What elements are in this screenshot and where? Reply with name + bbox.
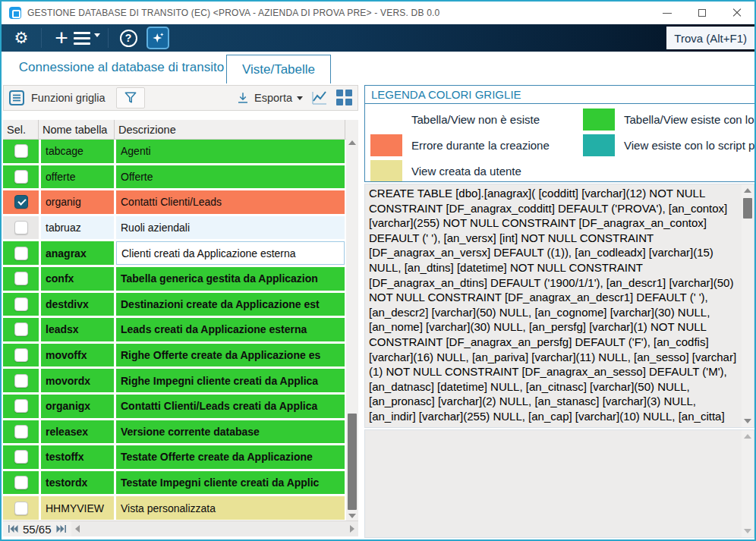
scrollbar-thumb[interactable] [743,198,752,219]
table-desc-cell[interactable]: Agenti [116,140,345,163]
table-desc-cell[interactable]: Vista personalizzata [116,496,345,520]
find-shortcut[interactable]: Trova (Alt+F1) [666,27,754,49]
table-row[interactable]: confxTabella generica gestita da Applica… [3,267,345,293]
scroll-up-button[interactable] [742,430,754,442]
row-checkbox[interactable] [14,476,28,489]
scroll-up-button[interactable] [742,184,754,197]
table-row[interactable]: tabruazRuoli aziendali [3,216,345,242]
add-button[interactable]: + [49,27,74,49]
table-name-cell[interactable]: anagrax [41,241,114,265]
legend-label: View esiste con lo script pers., [624,139,754,152]
row-checkbox[interactable] [14,399,28,413]
scroll-left-button[interactable] [71,521,83,536]
column-header-sel[interactable]: Sel. [3,120,39,139]
row-checkbox[interactable] [14,170,28,184]
export-button[interactable]: Esporta [236,91,303,105]
tab-viste-tabelle[interactable]: Viste/Tabelle [226,55,331,83]
row-checkbox[interactable] [14,502,28,515]
table-name-cell[interactable]: testoffx [41,445,114,469]
table-row[interactable]: destdivxDestinazioni create da Applicazi… [3,293,345,319]
row-checkbox[interactable] [14,348,28,362]
table-name-cell[interactable]: tabruaz [41,216,114,240]
settings-button[interactable]: ⚙ [9,27,33,49]
minimize-button[interactable] [650,2,685,24]
table-name-cell[interactable]: movoffx [41,344,114,367]
table-row[interactable]: releasexVersione corrente database [3,420,345,446]
table-desc-cell[interactable]: Righe Impegni cliente creati da Applica [116,369,345,392]
row-checkbox[interactable] [14,450,28,464]
table-desc-cell[interactable]: Ruoli aziendali [116,216,345,240]
table-row[interactable]: organigxContatti Clienti/Leads creati da… [3,395,345,420]
sparkle-icon [151,31,165,45]
scrollbar-thumb[interactable] [348,414,357,510]
table-desc-cell[interactable]: Destinazioni create da Applicazione est [116,293,345,316]
table-row[interactable]: movordxRighe Impegni cliente creati da A… [3,369,345,395]
table-row[interactable]: anagraxClienti creati da Applicazione es… [3,241,345,267]
grid-functions-button[interactable] [8,90,25,106]
grid-functions-label[interactable]: Funzioni griglia [31,92,106,104]
grid-vertical-scrollbar[interactable] [346,137,358,522]
row-checkbox[interactable] [14,144,28,158]
table-name-cell[interactable]: releasex [41,420,114,444]
table-row[interactable]: leadsxLeads creati da Applicazione ester… [3,318,345,344]
menu-button[interactable] [74,27,100,49]
table-name-cell[interactable]: tabcage [41,140,114,163]
table-desc-cell[interactable]: Leads creati da Applicazione esterna [116,318,345,341]
custom-script-box[interactable] [364,429,754,538]
table-name-cell[interactable]: organigx [41,395,114,418]
table-name-cell[interactable]: testordx [41,471,114,495]
row-checkbox[interactable] [14,247,28,260]
help-button[interactable]: ? [116,27,140,49]
row-checkbox[interactable] [14,425,28,439]
table-desc-cell[interactable]: Righe Offerte create da Applicazione es [116,344,345,367]
legend-title: LEGENDA COLORI GRIGLIE [365,86,754,104]
table-desc-cell[interactable]: Contatti Clienti/Leads [116,190,345,214]
scroll-up-button[interactable] [346,137,358,149]
table-row[interactable]: offerteOfferte [3,165,345,191]
first-record-button[interactable] [8,524,18,533]
chart-button[interactable] [310,89,329,107]
table-name-cell[interactable]: offerte [41,165,114,189]
row-checkbox[interactable] [14,374,28,388]
row-checkbox[interactable] [14,221,28,234]
table-desc-cell[interactable]: Clienti creati da Applicazione esterna [116,241,345,265]
last-record-button[interactable] [56,524,67,533]
tab-connessione[interactable]: Connessione al database di transito [18,52,225,83]
table-row[interactable]: testoffxTestate Offerte create da Applic… [3,445,345,471]
table-desc-cell[interactable]: Testate Offerte create da Applicazione [116,445,345,469]
sql-script-box[interactable]: CREATE TABLE [dbo].[anagrax]( [codditt] … [364,184,754,428]
scroll-down-button[interactable] [742,415,754,427]
scroll-down-button[interactable] [742,525,754,537]
table-name-cell[interactable]: organig [41,190,114,214]
assistant-button[interactable] [146,27,169,49]
sql-vertical-scrollbar[interactable] [742,184,754,427]
row-checkbox[interactable] [14,322,28,336]
table-row[interactable]: HHMYVIEWVista personalizzata [3,496,345,522]
table-row[interactable]: movoffxRighe Offerte create da Applicazi… [3,344,345,370]
table-name-cell[interactable]: destdivx [41,293,114,316]
table-name-cell[interactable]: confx [41,267,114,291]
row-checkbox[interactable] [14,195,28,209]
table-row[interactable]: testordxTestate Impegni cliente creati d… [3,471,345,497]
table-desc-cell[interactable]: Tabella generica gestita da Applicazion [116,267,345,291]
table-name-cell[interactable]: movordx [41,369,114,392]
grid-view-icon[interactable] [336,90,353,106]
table-desc-cell[interactable]: Offerte [116,165,345,189]
table-desc-cell[interactable]: Contatti Clienti/Leads creati da Applica [116,395,345,418]
close-button[interactable] [720,2,754,24]
maximize-button[interactable] [685,2,720,24]
table-row[interactable]: tabcageAgenti [3,140,345,165]
table-row[interactable]: organigContatti Clienti/Leads [3,190,345,216]
table-desc-cell[interactable]: Testate Impegni cliente creati da Applic [116,471,345,495]
column-header-nome[interactable]: Nome tabella [39,120,115,139]
table-name-cell[interactable]: leadsx [41,318,114,341]
grid-horizontal-scrollbar[interactable] [71,521,358,536]
filter-button[interactable] [116,87,145,109]
table-desc-cell[interactable]: Versione corrente database [116,420,345,444]
column-header-descrizione[interactable]: Descrizione [115,120,345,139]
row-checkbox[interactable] [14,297,28,311]
row-checkbox[interactable] [14,272,28,285]
custom-vertical-scrollbar[interactable] [742,430,754,537]
table-name-cell[interactable]: HHMYVIEW [41,496,114,520]
scroll-right-button[interactable] [346,521,358,536]
